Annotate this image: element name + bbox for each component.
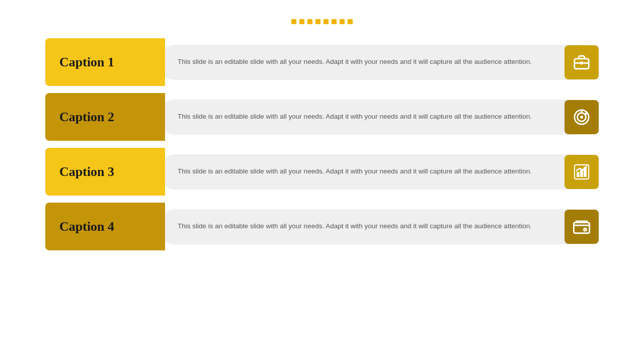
row-item-4: Caption 4 This slide is an editable slid… bbox=[45, 203, 599, 250]
target-icon bbox=[573, 109, 590, 126]
description-area-4: This slide is an editable slide with all… bbox=[157, 209, 595, 244]
page: Caption 1 This slide is an editable slid… bbox=[0, 0, 644, 362]
title-section bbox=[291, 15, 353, 33]
svg-rect-9 bbox=[577, 172, 580, 177]
caption-label-4: Caption 4 bbox=[45, 203, 165, 250]
dots-decoration bbox=[291, 19, 353, 24]
wallet-icon bbox=[573, 218, 590, 235]
row-item-2: Caption 2 This slide is an editable slid… bbox=[45, 93, 599, 141]
svg-point-5 bbox=[580, 116, 583, 119]
dot-1 bbox=[291, 19, 296, 24]
description-area-1: This slide is an editable slide with all… bbox=[157, 45, 595, 80]
icon-box-4 bbox=[565, 210, 599, 244]
caption-text-3: Caption 3 bbox=[59, 164, 114, 179]
svg-rect-2 bbox=[580, 61, 583, 64]
caption-label-2: Caption 2 bbox=[45, 93, 165, 141]
caption-text-1: Caption 1 bbox=[59, 55, 114, 70]
caption-text-4: Caption 4 bbox=[59, 219, 114, 234]
dot-3 bbox=[307, 19, 312, 24]
svg-rect-12 bbox=[574, 222, 589, 233]
icon-box-1 bbox=[565, 45, 599, 79]
row-item-3: Caption 3 This slide is an editable slid… bbox=[45, 148, 599, 196]
rows-container: Caption 1 This slide is an editable slid… bbox=[45, 38, 599, 250]
description-text-2: This slide is an editable slide with all… bbox=[178, 112, 532, 122]
briefcase-icon bbox=[573, 54, 590, 71]
description-text-3: This slide is an editable slide with all… bbox=[178, 166, 532, 177]
icon-box-3 bbox=[565, 155, 599, 189]
dot-6 bbox=[332, 19, 337, 24]
dot-5 bbox=[324, 19, 329, 24]
description-text-4: This slide is an editable slide with all… bbox=[178, 221, 532, 232]
description-text-1: This slide is an editable slide with all… bbox=[178, 57, 532, 67]
caption-text-2: Caption 2 bbox=[59, 110, 114, 125]
caption-label-3: Caption 3 bbox=[45, 148, 165, 196]
dot-8 bbox=[348, 19, 353, 24]
description-area-2: This slide is an editable slide with all… bbox=[157, 100, 595, 135]
caption-label-1: Caption 1 bbox=[45, 38, 165, 86]
dot-7 bbox=[340, 19, 345, 24]
icon-box-2 bbox=[565, 100, 599, 134]
dot-2 bbox=[299, 19, 304, 24]
dot-4 bbox=[315, 19, 320, 24]
description-area-3: This slide is an editable slide with all… bbox=[157, 154, 595, 190]
row-item-1: Caption 1 This slide is an editable slid… bbox=[45, 38, 599, 86]
chart-icon bbox=[573, 163, 590, 180]
